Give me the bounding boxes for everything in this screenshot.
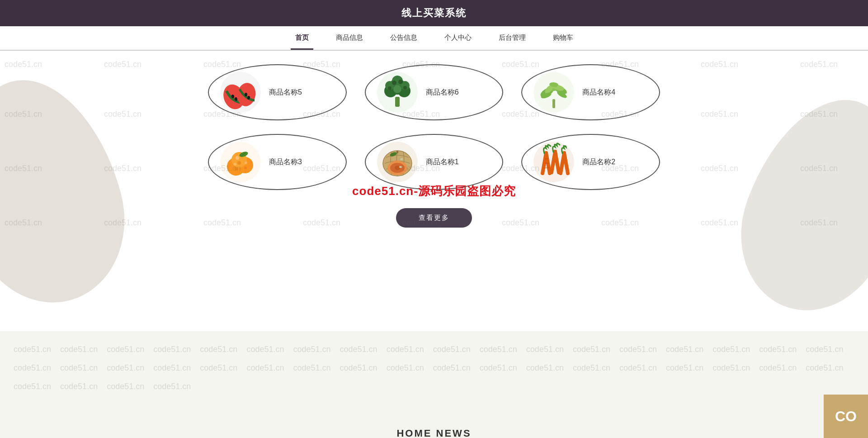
view-more-section: 查看更多 xyxy=(0,199,868,241)
product-image-3 xyxy=(220,142,261,182)
product-image-2 xyxy=(533,142,574,182)
site-title: 线上买菜系统 xyxy=(401,7,467,19)
svg-point-5 xyxy=(245,93,247,96)
site-header: 线上买菜系统 xyxy=(0,0,868,26)
home-news-section: HOME NEWS 公告信息 xyxy=(0,405,868,438)
product-name-5: 商品名称5 xyxy=(269,88,302,97)
svg-point-16 xyxy=(392,81,396,85)
svg-point-17 xyxy=(398,80,403,84)
svg-point-19 xyxy=(403,86,407,90)
product-name-2: 商品名称2 xyxy=(582,157,615,167)
svg-rect-21 xyxy=(552,99,555,108)
nav-item-products[interactable]: 商品信息 xyxy=(331,26,368,50)
watermark-grid: code51.cn code51.cn code51.cn code51.cn … xyxy=(0,331,868,405)
home-news-title: HOME NEWS xyxy=(0,428,868,438)
corner-badge: CO xyxy=(824,395,868,438)
product-card-4[interactable]: 商品名称4 xyxy=(521,64,660,120)
nav-item-cart[interactable]: 购物车 xyxy=(548,26,578,50)
nav-item-admin[interactable]: 后台管理 xyxy=(494,26,530,50)
svg-point-15 xyxy=(393,85,401,93)
svg-point-35 xyxy=(245,162,247,164)
bottom-section: code51.cn code51.cn code51.cn code51.cn … xyxy=(0,331,868,438)
svg-point-40 xyxy=(235,167,238,171)
svg-point-34 xyxy=(236,156,239,160)
product-card-6[interactable]: 商品名称6 xyxy=(365,64,504,120)
svg-point-41 xyxy=(244,167,247,169)
product-card-3[interactable]: 商品名称3 xyxy=(208,134,347,190)
product-card-5[interactable]: 商品名称5 xyxy=(208,64,347,120)
products-section: 商品名称5 xyxy=(0,51,868,199)
svg-point-18 xyxy=(388,86,392,90)
product-card-1[interactable]: 商品名称1 xyxy=(365,134,504,190)
product-card-2[interactable]: 商品名称2 xyxy=(521,134,660,190)
main-nav: 首页 商品信息 公告信息 个人中心 后台管理 购物车 xyxy=(0,26,868,51)
product-name-4: 商品名称4 xyxy=(582,88,615,97)
products-grid: 商品名称5 xyxy=(208,64,660,190)
svg-rect-50 xyxy=(396,151,398,153)
svg-point-47 xyxy=(395,166,400,170)
svg-point-36 xyxy=(234,163,236,166)
nav-item-announcements[interactable]: 公告信息 xyxy=(386,26,422,50)
view-more-button[interactable]: 查看更多 xyxy=(396,208,472,228)
product-name-3: 商品名称3 xyxy=(269,157,302,167)
product-name-1: 商品名称1 xyxy=(426,157,459,167)
nav-item-profile[interactable]: 个人中心 xyxy=(440,26,476,50)
svg-point-39 xyxy=(237,161,241,165)
product-image-5 xyxy=(220,72,261,113)
product-image-6 xyxy=(377,72,418,113)
svg-point-49 xyxy=(399,166,402,168)
main-content: code51.cn code51.cn code51.cn code51.cn … xyxy=(0,51,868,331)
svg-rect-8 xyxy=(395,97,400,107)
product-image-1 xyxy=(377,142,418,182)
product-name-6: 商品名称6 xyxy=(426,88,459,97)
product-image-4 xyxy=(533,72,574,113)
nav-item-home[interactable]: 首页 xyxy=(291,26,313,50)
